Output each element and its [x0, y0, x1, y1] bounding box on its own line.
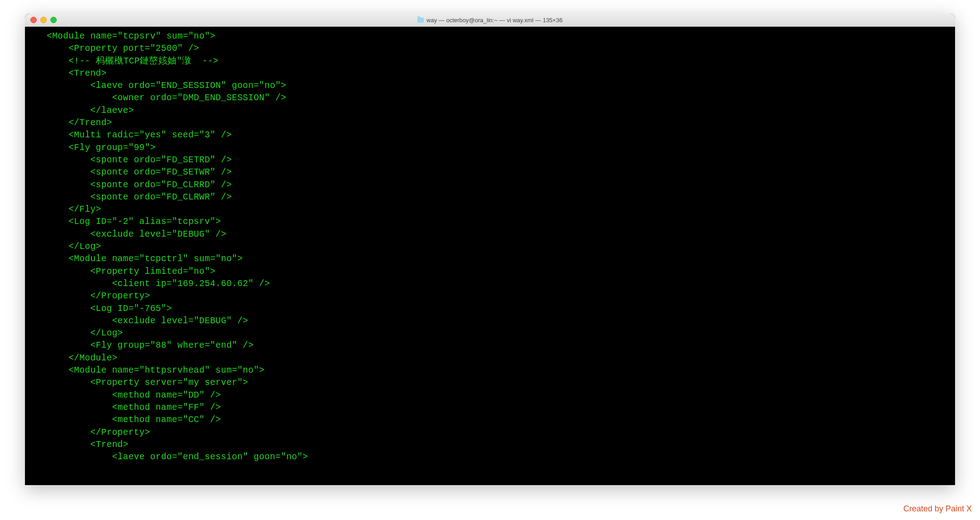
minimize-icon[interactable] [40, 17, 47, 23]
folder-icon [417, 18, 424, 23]
maximize-icon[interactable] [50, 17, 57, 23]
terminal-content[interactable]: <Module name="tcpsrv" sum="no"> <Propert… [25, 27, 955, 463]
window-title: way — octerboy@ora_lin:~ — vi way.xml — … [25, 17, 955, 24]
window-title-text: way — octerboy@ora_lin:~ — vi way.xml — … [426, 17, 563, 24]
close-icon[interactable] [30, 17, 37, 23]
watermark-text: Created by Paint X [903, 504, 972, 514]
window-controls [25, 17, 57, 23]
terminal-window: way — octerboy@ora_lin:~ — vi way.xml — … [25, 14, 955, 485]
titlebar[interactable]: way — octerboy@ora_lin:~ — vi way.xml — … [25, 14, 955, 27]
